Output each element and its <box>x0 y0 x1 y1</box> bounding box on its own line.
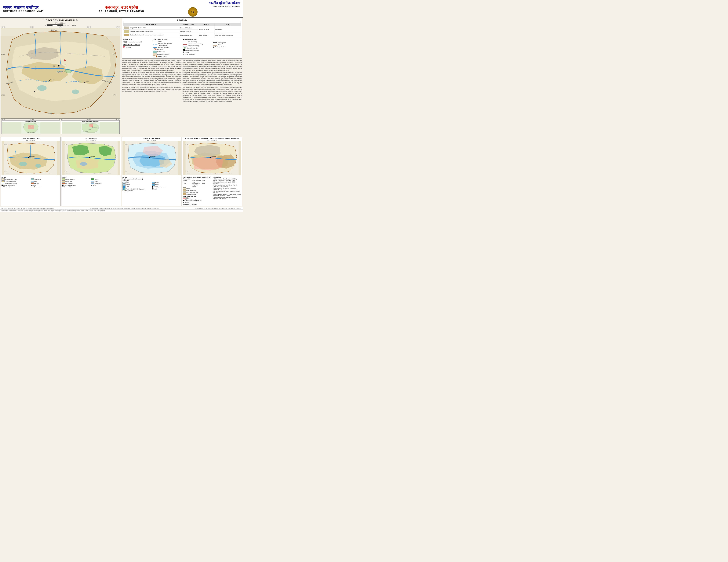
geomorphology-map: Balrampur 27°30' 27°00' 82°00' 83°00' <box>2 141 60 175</box>
geo-svg: Balrampur 27°30' 27°00' 82°00' 83°00' <box>2 141 60 175</box>
abandoned-symbol <box>153 45 157 45</box>
index-item: Tehsil <box>91 185 120 186</box>
scale-seg-2 <box>52 24 58 26</box>
gt-newer-sym <box>183 188 186 189</box>
water-label: Water Body <box>95 183 101 184</box>
svg-text:NEPAL: NEPAL <box>51 29 57 31</box>
dhq-sym-lu <box>62 185 64 186</box>
index-item: Other localities <box>122 190 151 191</box>
index-item: 6.0-8.0 <box>152 184 181 186</box>
forest-label: Forest <box>95 179 98 180</box>
db-item-3: 3. Administrative and Land Cover Map at … <box>213 184 241 187</box>
index-item: District Headquarter <box>152 186 181 188</box>
index-item: District Headquarter <box>183 199 211 202</box>
svg-text:27°30': 27°30' <box>113 53 116 55</box>
lith-symbol-3 <box>124 34 129 36</box>
coord-lon-b-3: 82°30' <box>59 119 63 120</box>
footer-right: Responsibility for the correctness in th… <box>195 208 241 209</box>
terrace-label: Terrace scarp <box>157 56 166 57</box>
legend-item-abandoned: Abandoned channel/ Palaeochannel <box>153 43 181 46</box>
forest-sym <box>91 178 94 180</box>
bottom-maps-section: II. GEOMORPHOLOGY RF : 1:4,00,000 Balram… <box>0 136 243 207</box>
gt-perm-h2: Grey sand, silt, clay <box>192 180 202 183</box>
gh-46-sym <box>152 182 155 184</box>
tehsil-label-gt: Tehsil <box>184 202 189 204</box>
svg-text:Utraula: Utraula <box>86 81 89 82</box>
gt-scale: RF : 1:4,00,000 <box>183 140 241 141</box>
gt-grey-label: Grey sand, silt, clay <box>186 192 198 193</box>
lu-svg: Balrampur 27°30' 27°00' 82°00' 83°00' <box>62 141 120 175</box>
construction-label: Construction material <box>127 41 142 43</box>
desc-para-2: Spread over an area of 3349 sq.km the di… <box>122 72 181 86</box>
compiled-text: Compiled by : Sarun Yadav & Raman S., Se… <box>2 210 105 211</box>
desc-para-5: Geologically, the district has been cons… <box>183 72 242 86</box>
scale-bar: 0 4.75 9.5 10 km <box>1 24 120 26</box>
form-cell-2: Terrace Alluvium <box>179 30 198 33</box>
badland-sym <box>31 183 34 184</box>
svg-text:Balrampur: Balrampur <box>150 156 156 157</box>
legend-item-road: Road <box>213 44 241 46</box>
dhq-label-gh: District Headquarter <box>154 186 165 188</box>
other-label-gh: Other localities <box>124 190 133 191</box>
index-item: 2.0-4.0 <box>122 184 151 186</box>
india-index-area: UP Index Map (India) <box>2 122 60 134</box>
svg-point-9 <box>72 89 79 94</box>
lith-header: LITHOLOGY <box>123 23 179 26</box>
legend-item-terrace: Terrace scarp <box>153 56 181 57</box>
temple-label: Temple <box>126 47 131 48</box>
legend-item-point: Point/Channel bar <box>153 53 181 55</box>
gsi-title: भारतीय भूवैज्ञानिक सर्वेक्षण GEOLOGICAL … <box>187 1 240 7</box>
legend-item-tal: Tal/Swamp <box>153 51 181 53</box>
db-item-2: 2. Geological maps and reports of GSI (1… <box>213 181 241 184</box>
index-item: Newer Alluvial Plain <box>2 178 31 180</box>
lith-label-2: Grey micaceous sand, silt and clay <box>130 31 153 32</box>
lith-cell-3: Oxidised silt-clay with kankar and micac… <box>123 33 179 37</box>
river-label: River <box>158 41 162 42</box>
other-sym-gt <box>183 204 184 205</box>
index-item: Newer <box>183 188 211 189</box>
india-index-map: Index Map (India) UP Index Map (India) <box>2 120 60 134</box>
svg-point-10 <box>58 65 60 67</box>
point-label: Point/Channel bar <box>157 53 169 55</box>
badland-symbol <box>153 48 157 50</box>
legend-item-cutoff: Cut-off meander <box>183 47 211 49</box>
svg-text:27°30': 27°30' <box>65 144 67 145</box>
temple-symbol: ⛩ <box>123 46 125 49</box>
gh-index-grid: < 2.0 4.0-6.0 2.0-4.0 6.0-8.0 > 8.0 <box>122 182 181 191</box>
index-item: Agricultural land <box>62 178 91 180</box>
svg-text:82°00': 82°00' <box>187 173 190 175</box>
coord-top-row: 82°00' 82°15' 82°30' 82°45' 83°00' <box>1 26 120 28</box>
gt-oxid-sym <box>183 193 186 195</box>
geohydrology-panel: IV. GEOHYDROLOGY RF : 1:4,00,000 Balramp… <box>122 137 181 206</box>
lith-label-3: Oxidised silt-clay with kankar and micac… <box>130 34 163 36</box>
age-cell-3: Middle to Late Pleistocene <box>214 33 241 37</box>
gh-24-sym <box>122 184 126 186</box>
other-loc-symbol <box>183 54 184 55</box>
road-symbol <box>213 45 217 46</box>
svg-text:Balrampur: Balrampur <box>60 64 66 66</box>
index-item: Other localities <box>183 204 211 206</box>
canal-symbol <box>153 47 158 48</box>
gh-24-label: 2.0-4.0 <box>126 184 130 186</box>
svg-text:83°00': 83°00' <box>48 173 50 175</box>
svg-text:27°30': 27°30' <box>1 53 5 55</box>
gt-index-left: GEOTECHNICAL CHARACTERISTICS Permeabilit… <box>183 177 211 206</box>
international-symbol <box>183 44 187 45</box>
fresh-sym <box>122 188 126 190</box>
svg-point-64 <box>80 162 87 166</box>
svg-text:82°00': 82°00' <box>127 173 130 175</box>
dhq-symbol <box>183 49 185 51</box>
lith-symbol-1 <box>124 27 129 29</box>
district-symbol <box>183 46 187 46</box>
coord-lon-b-1: 82°00' <box>2 119 5 120</box>
index-item: Abandoned channel <box>2 183 31 184</box>
svg-text:27°00': 27°00' <box>4 171 7 172</box>
gh-68-sym <box>152 184 155 186</box>
up-index-map: Index Map (Uttar Pradesh) Balrampur Gond… <box>61 120 120 134</box>
other-sym-gh <box>122 190 123 191</box>
svg-text:27°30': 27°30' <box>125 144 128 145</box>
index-item: Older Alluvial Plain <box>2 180 31 182</box>
river-line-label: River <box>34 181 37 182</box>
org-title-hindi: जनपद संसाधन मानचित्र <box>3 5 56 10</box>
newer-alluvial-sym <box>2 178 5 180</box>
